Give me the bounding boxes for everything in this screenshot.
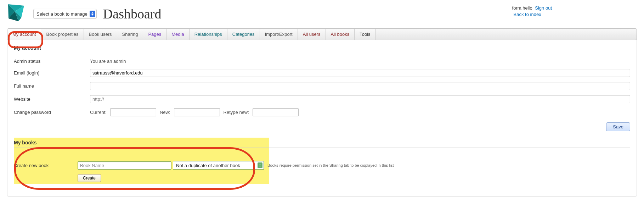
label-pw-retype: Retype new: [224, 110, 249, 115]
label-change-password: Change password [14, 110, 90, 115]
password-retype-input[interactable] [253, 108, 299, 116]
password-new-input[interactable] [174, 108, 220, 116]
save-button[interactable]: Save [606, 122, 630, 131]
tab-sharing[interactable]: Sharing [117, 29, 143, 40]
tab-all-books[interactable]: All books [326, 29, 355, 40]
page-title: Dashboard [103, 6, 162, 22]
value-admin-status: You are an admin [90, 59, 126, 64]
row-fullname: Full name [14, 79, 630, 93]
label-create-book: Create new book [14, 163, 78, 168]
tab-all-users[interactable]: All users [298, 29, 326, 40]
label-admin-status: Admin status [14, 59, 90, 64]
section-heading-account: My account [14, 45, 630, 53]
create-book-button[interactable]: Create [78, 174, 101, 182]
my-books-section: My books Create new book Not a duplicate… [14, 140, 630, 182]
row-email: Email (login) [14, 66, 630, 79]
label-email: Email (login) [14, 70, 90, 76]
email-input[interactable] [90, 69, 630, 77]
tab-media[interactable]: Media [166, 29, 189, 40]
fullname-input[interactable] [90, 82, 630, 90]
tab-relationships[interactable]: Relationships [190, 29, 227, 40]
content-panel: My account Admin status You are an admin… [7, 40, 637, 197]
row-admin-status: Admin status You are an admin [14, 56, 630, 66]
dropdown-arrows-icon [258, 162, 262, 168]
tab-book-properties[interactable]: Book properties [41, 29, 84, 40]
section-heading-books: My books [14, 140, 630, 148]
dropdown-arrows-icon [90, 11, 95, 17]
label-pw-current: Current: [90, 110, 107, 115]
tab-pages[interactable]: Pages [143, 29, 166, 40]
duplicate-book-select[interactable]: Not a duplicate of another book [173, 161, 264, 170]
back-to-index-link[interactable]: Back to index [514, 12, 541, 17]
app-logo-icon [7, 4, 27, 24]
create-book-helper-text: Books require permission set in the Shar… [267, 163, 394, 167]
current-user: form.hello [512, 5, 532, 11]
label-pw-new: New: [160, 110, 170, 115]
book-selector-label: Select a book to manage [36, 11, 87, 17]
tab-my-account[interactable]: My account [7, 29, 41, 40]
book-name-input[interactable] [78, 161, 171, 170]
main-tabstrip: My accountBook propertiesBook usersShari… [7, 28, 637, 40]
duplicate-book-value: Not a duplicate of another book [176, 163, 240, 168]
row-create-book: Create new book Not a duplicate of anoth… [14, 159, 630, 172]
tab-tools[interactable]: Tools [355, 29, 375, 40]
website-input[interactable] [90, 95, 630, 103]
password-current-input[interactable] [110, 108, 156, 116]
sign-out-link[interactable]: Sign out [535, 5, 552, 11]
row-change-password: Change password Current: New: Retype new… [14, 106, 630, 119]
label-website: Website [14, 96, 90, 102]
tab-book-users[interactable]: Book users [84, 29, 117, 40]
tab-categories[interactable]: Categories [227, 29, 260, 40]
header-user-links: form.hello Sign out Back to index [512, 5, 552, 18]
label-fullname: Full name [14, 83, 90, 89]
tab-import-export[interactable]: Import/Export [260, 29, 298, 40]
book-selector[interactable]: Select a book to manage [33, 9, 97, 19]
row-website: Website [14, 93, 630, 106]
